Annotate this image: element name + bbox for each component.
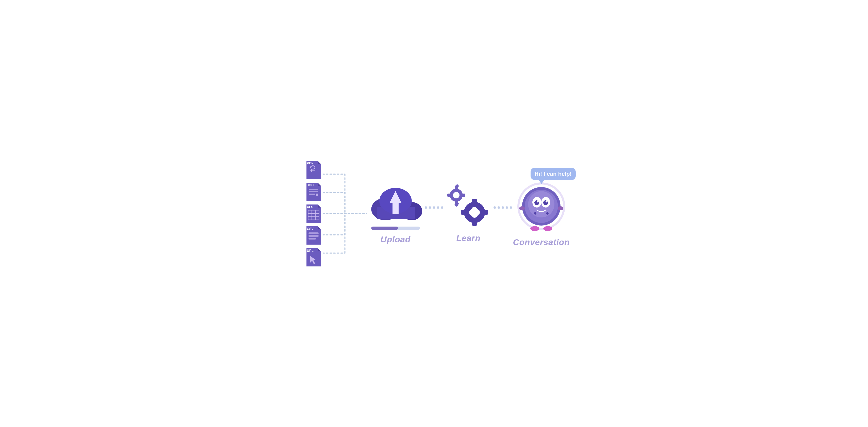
svg-point-70 <box>494 206 496 209</box>
connector-dots-1 <box>424 206 444 210</box>
speech-bubble: Hi! I can help! <box>531 168 576 180</box>
svg-point-84 <box>537 201 539 203</box>
step-connector-1 <box>424 206 444 222</box>
svg-rect-62 <box>472 199 477 204</box>
svg-text:URL: URL <box>307 249 314 252</box>
connector-dots-2 <box>493 206 513 210</box>
svg-rect-24 <box>309 238 316 240</box>
svg-rect-65 <box>484 210 488 215</box>
files-column: PDF DOC <box>305 161 323 267</box>
svg-marker-1 <box>318 161 321 164</box>
svg-rect-64 <box>461 210 466 215</box>
xls-file-shape: XLS <box>305 205 323 223</box>
main-container: PDF DOC <box>292 145 576 282</box>
svg-rect-63 <box>472 221 477 226</box>
file-icon-csv: CSV <box>305 226 323 245</box>
svg-point-85 <box>546 201 548 203</box>
svg-rect-22 <box>309 233 319 234</box>
svg-point-90 <box>530 226 539 231</box>
conversation-label: Conversation <box>513 238 569 247</box>
csv-file-shape: CSV <box>305 226 323 245</box>
upload-cloud-svg <box>367 183 424 223</box>
svg-point-71 <box>498 206 500 209</box>
svg-point-74 <box>510 206 512 209</box>
robot-container: Hi! I can help! <box>513 180 569 233</box>
svg-rect-54 <box>447 193 451 197</box>
svg-text:PDF: PDF <box>307 161 313 165</box>
svg-text:XLS: XLS <box>307 205 313 209</box>
learn-icon-area <box>444 184 493 228</box>
svg-rect-7 <box>309 189 318 190</box>
svg-rect-23 <box>309 235 319 237</box>
step-connector-2 <box>493 206 513 222</box>
upload-step: Upload <box>367 183 424 244</box>
svg-point-91 <box>543 226 552 231</box>
svg-rect-8 <box>309 191 318 192</box>
svg-text:DOC: DOC <box>307 183 314 187</box>
svg-point-73 <box>506 206 508 209</box>
svg-point-87 <box>558 206 563 210</box>
svg-point-79 <box>528 191 554 217</box>
svg-rect-9 <box>309 193 315 195</box>
svg-marker-5 <box>318 183 321 186</box>
svg-point-45 <box>425 206 427 209</box>
svg-point-46 <box>429 206 431 209</box>
progress-bar-container <box>371 226 420 230</box>
svg-rect-10 <box>316 193 318 196</box>
robot-svg <box>513 180 569 233</box>
svg-rect-55 <box>462 193 465 197</box>
svg-point-86 <box>519 206 525 210</box>
url-file-shape: URL <box>305 248 323 267</box>
gears-svg <box>444 184 493 228</box>
doc-file-shape: DOC <box>305 183 323 201</box>
svg-point-88 <box>534 212 536 215</box>
svg-point-48 <box>437 206 439 209</box>
connector-svg <box>323 165 367 262</box>
learn-step: Learn <box>444 184 493 243</box>
progress-bar-fill <box>371 226 398 230</box>
svg-marker-26 <box>318 248 321 251</box>
svg-marker-20 <box>318 226 321 230</box>
file-icon-url: URL <box>305 248 323 267</box>
svg-point-51 <box>453 192 460 199</box>
svg-point-72 <box>502 206 504 209</box>
learn-label: Learn <box>456 234 480 243</box>
upload-label: Upload <box>380 235 410 244</box>
svg-point-49 <box>441 206 443 209</box>
svg-point-89 <box>546 212 549 215</box>
svg-point-47 <box>433 206 435 209</box>
svg-text:CSV: CSV <box>307 227 314 231</box>
file-icon-xls: XLS <box>305 205 323 223</box>
file-icon-pdf: PDF <box>305 161 323 179</box>
connector-dotted-lines <box>323 165 367 262</box>
file-icon-doc: DOC <box>305 183 323 201</box>
conversation-step: Hi! I can help! <box>513 180 569 247</box>
steps-area: Upload <box>367 180 569 247</box>
svg-marker-12 <box>318 205 321 208</box>
pdf-file-shape: PDF <box>305 161 323 179</box>
upload-icon-area <box>367 183 424 230</box>
